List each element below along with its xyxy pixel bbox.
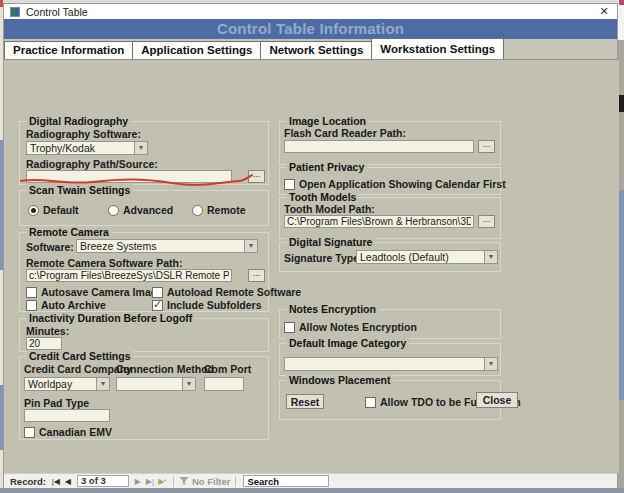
close-button[interactable]: Close (476, 392, 518, 408)
desktop-right-white-patch (618, 0, 624, 40)
flash-card-path-browse-button[interactable]: ... (478, 140, 495, 153)
radio-default[interactable]: Default (28, 204, 79, 216)
camera-software-label: Software: (26, 241, 74, 253)
group-title: Digital Signature (286, 236, 375, 248)
radio-icon (108, 205, 119, 216)
tab-network-settings[interactable]: Network Settings (260, 41, 372, 59)
tab-practice-information[interactable]: Practice Information (4, 41, 133, 59)
checkbox-canadian-emv[interactable]: ✓ Canadian EMV (24, 426, 112, 438)
title-bar: Control Table ✕ (4, 4, 617, 19)
chevron-down-icon[interactable]: ▾ (182, 377, 196, 391)
chevron-down-icon[interactable]: ▾ (134, 141, 148, 155)
group-digital-radiography: Digital Radiography Radiography Software… (19, 121, 269, 185)
checkbox-allow-notes-encryption[interactable]: ✓ Allow Notes Encryption (284, 321, 417, 333)
credit-card-company-select[interactable]: Worldpay ▾ (24, 377, 110, 391)
checkbox-include-subfolders[interactable]: ✓ Include Subfolders (152, 299, 262, 311)
radiography-path-input[interactable] (26, 170, 232, 183)
checkbox-label: Autoload Remote Software (167, 286, 301, 298)
no-filter-toggle[interactable]: No Filter (179, 476, 231, 487)
form-icon (10, 7, 20, 17)
pin-pad-type-input[interactable] (24, 409, 110, 422)
chevron-down-icon[interactable]: ▾ (484, 250, 498, 264)
group-title: Image Location (286, 115, 369, 127)
minutes-input[interactable] (26, 337, 62, 350)
default-image-category-select[interactable]: ▾ (284, 357, 498, 371)
group-windows-placement: Windows Placement Reset ✓ Allow TDO to b… (279, 380, 501, 420)
group-scan-twain-settings: Scan Twain Settings Default Advanced Rem… (19, 190, 269, 226)
chevron-down-icon[interactable]: ▾ (484, 357, 498, 371)
com-port-input[interactable] (204, 377, 244, 391)
radiography-software-select[interactable]: Trophy/Kodak ▾ (26, 141, 148, 155)
camera-path-label: Remote Camera Software Path: (26, 257, 182, 269)
group-title: Inactivity Duration Before Logoff (26, 312, 195, 324)
checkbox-auto-archive[interactable]: ✓ Auto Archive (26, 299, 106, 311)
record-position-box[interactable]: 3 of 3 (77, 475, 129, 487)
checkbox-label: Include Subfolders (167, 299, 262, 311)
form-header-title: Control Table Information (217, 20, 404, 37)
camera-path-input[interactable] (26, 269, 232, 282)
group-notes-encryption: Notes Encryption ✓ Allow Notes Encryptio… (279, 309, 501, 339)
tab-strip: Practice Information Application Setting… (4, 39, 617, 60)
tab-workstation-settings[interactable]: Workstation Settings (371, 38, 504, 59)
tab-strip-filler (503, 39, 617, 59)
checkbox-icon: ✓ (26, 300, 37, 311)
close-icon[interactable]: ✕ (596, 4, 612, 18)
radio-advanced[interactable]: Advanced (108, 204, 173, 216)
checkbox-label: Auto Archive (41, 299, 106, 311)
connection-method-select[interactable]: ▾ (116, 377, 196, 391)
signature-type-select[interactable]: Leadtools (Default) ▾ (356, 250, 498, 264)
control-table-dialog: Control Table ✕ Control Table Informatio… (3, 3, 618, 488)
checkbox-icon: ✓ (24, 427, 35, 438)
previous-record-icon[interactable]: ◀ (62, 475, 74, 488)
checkbox-icon: ✓ (284, 322, 295, 333)
credit-card-company-value: Worldpay (28, 378, 72, 390)
radiography-software-value: Trophy/Kodak (30, 142, 95, 154)
checkbox-label: Autosave Camera Image (41, 286, 163, 298)
group-default-image-category: Default Image Category ▾ (279, 343, 501, 376)
radiography-path-browse-button[interactable]: ... (248, 170, 265, 183)
next-record-icon[interactable]: ▶ (132, 475, 144, 488)
radio-label: Default (43, 204, 79, 216)
checkbox-icon: ✓ (152, 300, 163, 311)
tab-application-settings[interactable]: Application Settings (132, 41, 261, 59)
checkbox-label: Canadian EMV (39, 426, 112, 438)
flash-card-reader-path-label: Flash Card Reader Path: (284, 127, 406, 139)
camera-software-select[interactable]: Breeze Systems ▾ (76, 239, 258, 253)
checkbox-label: Allow Notes Encryption (299, 321, 417, 333)
group-credit-card-settings: Credit Card Settings Credit Card Company… (19, 356, 269, 440)
tooth-model-path-browse-button[interactable]: ... (478, 215, 495, 228)
camera-path-browse-button[interactable]: ... (248, 269, 265, 282)
tooth-model-path-input[interactable] (284, 215, 474, 228)
record-search-input[interactable] (243, 475, 329, 487)
radio-remote[interactable]: Remote (192, 204, 246, 216)
record-navigator: Record: |◀ ◀ 3 of 3 ▶ ▶| ▶* No Filter (4, 473, 617, 488)
group-title: Notes Encryption (286, 303, 379, 315)
checkbox-autoload-remote-software[interactable]: ✓ Autoload Remote Software (152, 286, 301, 298)
new-record-icon[interactable]: ▶* (156, 475, 168, 488)
group-title: Credit Card Settings (26, 350, 134, 362)
desktop-bottom-strip (0, 488, 624, 493)
group-title: Digital Radiography (26, 115, 131, 127)
group-title: Patient Privacy (286, 161, 367, 173)
last-record-icon[interactable]: ▶| (144, 475, 156, 488)
group-title: Scan Twain Settings (26, 184, 133, 196)
flash-card-reader-path-input[interactable] (284, 140, 474, 153)
checkbox-label: Open Application Showing Calendar First (299, 178, 506, 190)
record-label: Record: (10, 476, 46, 487)
reset-button[interactable]: Reset (286, 394, 324, 409)
divider (173, 476, 174, 487)
checkbox-autosave-camera-image[interactable]: ✓ Autosave Camera Image (26, 286, 163, 298)
chevron-down-icon[interactable]: ▾ (96, 377, 110, 391)
signature-type-value: Leadtools (Default) (360, 251, 449, 263)
group-title: Windows Placement (286, 374, 393, 386)
chevron-down-icon[interactable]: ▾ (244, 239, 258, 253)
workstation-settings-page: Digital Radiography Radiography Software… (4, 60, 619, 473)
checkbox-icon: ✓ (152, 287, 163, 298)
window-title: Control Table (26, 6, 88, 18)
camera-software-value: Breeze Systems (80, 240, 156, 252)
signature-type-label: Signature Type: (284, 252, 363, 264)
tooth-model-path-label: Tooth Model Path: (284, 203, 375, 215)
first-record-icon[interactable]: |◀ (50, 475, 62, 488)
connection-method-label: Connection Method (116, 363, 214, 375)
checkbox-open-calendar-first[interactable]: ✓ Open Application Showing Calendar Firs… (284, 178, 506, 190)
